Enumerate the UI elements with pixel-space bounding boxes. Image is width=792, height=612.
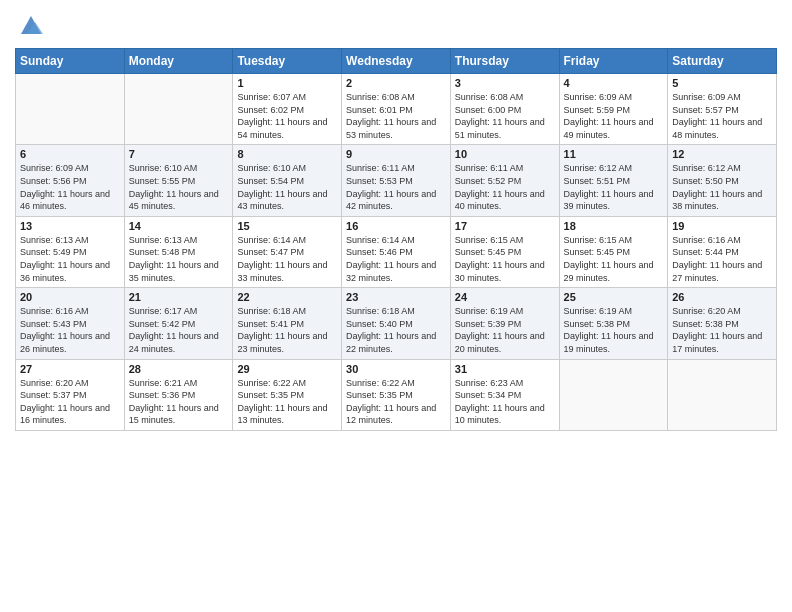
day-info-text: Daylight: 11 hours and 40 minutes. xyxy=(455,188,555,213)
day-info-text: Sunset: 6:02 PM xyxy=(237,104,337,117)
day-info-text: Daylight: 11 hours and 38 minutes. xyxy=(672,188,772,213)
day-number: 16 xyxy=(346,220,446,232)
day-number: 18 xyxy=(564,220,664,232)
day-info-text: Sunset: 5:41 PM xyxy=(237,318,337,331)
day-info-text: Sunset: 5:51 PM xyxy=(564,175,664,188)
calendar-cell xyxy=(559,359,668,430)
day-info-text: Daylight: 11 hours and 24 minutes. xyxy=(129,330,229,355)
calendar-week-row: 13Sunrise: 6:13 AMSunset: 5:49 PMDayligh… xyxy=(16,216,777,287)
day-info-text: Sunrise: 6:13 AM xyxy=(129,234,229,247)
calendar-cell: 22Sunrise: 6:18 AMSunset: 5:41 PMDayligh… xyxy=(233,288,342,359)
calendar-cell: 20Sunrise: 6:16 AMSunset: 5:43 PMDayligh… xyxy=(16,288,125,359)
day-number: 22 xyxy=(237,291,337,303)
weekday-header-monday: Monday xyxy=(124,49,233,74)
day-info-text: Sunrise: 6:09 AM xyxy=(672,91,772,104)
day-info-text: Sunset: 5:38 PM xyxy=(672,318,772,331)
calendar-cell: 24Sunrise: 6:19 AMSunset: 5:39 PMDayligh… xyxy=(450,288,559,359)
day-info-text: Daylight: 11 hours and 16 minutes. xyxy=(20,402,120,427)
calendar-cell: 30Sunrise: 6:22 AMSunset: 5:35 PMDayligh… xyxy=(342,359,451,430)
calendar-cell: 7Sunrise: 6:10 AMSunset: 5:55 PMDaylight… xyxy=(124,145,233,216)
day-info-text: Daylight: 11 hours and 49 minutes. xyxy=(564,116,664,141)
day-info-text: Daylight: 11 hours and 19 minutes. xyxy=(564,330,664,355)
day-info-text: Sunset: 6:00 PM xyxy=(455,104,555,117)
day-number: 10 xyxy=(455,148,555,160)
day-info-text: Sunrise: 6:14 AM xyxy=(346,234,446,247)
calendar-cell: 18Sunrise: 6:15 AMSunset: 5:45 PMDayligh… xyxy=(559,216,668,287)
calendar-cell: 19Sunrise: 6:16 AMSunset: 5:44 PMDayligh… xyxy=(668,216,777,287)
calendar-cell: 8Sunrise: 6:10 AMSunset: 5:54 PMDaylight… xyxy=(233,145,342,216)
weekday-header-row: SundayMondayTuesdayWednesdayThursdayFrid… xyxy=(16,49,777,74)
calendar-cell: 11Sunrise: 6:12 AMSunset: 5:51 PMDayligh… xyxy=(559,145,668,216)
weekday-header-saturday: Saturday xyxy=(668,49,777,74)
day-info-text: Daylight: 11 hours and 32 minutes. xyxy=(346,259,446,284)
calendar-table: SundayMondayTuesdayWednesdayThursdayFrid… xyxy=(15,48,777,431)
day-info-text: Sunset: 5:57 PM xyxy=(672,104,772,117)
day-info-text: Daylight: 11 hours and 48 minutes. xyxy=(672,116,772,141)
day-info-text: Sunset: 5:52 PM xyxy=(455,175,555,188)
day-number: 5 xyxy=(672,77,772,89)
calendar-cell: 3Sunrise: 6:08 AMSunset: 6:00 PMDaylight… xyxy=(450,74,559,145)
day-info-text: Sunrise: 6:09 AM xyxy=(564,91,664,104)
day-info-text: Sunset: 5:38 PM xyxy=(564,318,664,331)
day-number: 11 xyxy=(564,148,664,160)
day-info-text: Sunrise: 6:23 AM xyxy=(455,377,555,390)
calendar-cell xyxy=(16,74,125,145)
day-info-text: Sunset: 5:48 PM xyxy=(129,246,229,259)
day-info-text: Sunset: 5:47 PM xyxy=(237,246,337,259)
calendar-week-row: 27Sunrise: 6:20 AMSunset: 5:37 PMDayligh… xyxy=(16,359,777,430)
day-info-text: Daylight: 11 hours and 30 minutes. xyxy=(455,259,555,284)
day-info-text: Sunset: 5:55 PM xyxy=(129,175,229,188)
day-info-text: Sunrise: 6:18 AM xyxy=(346,305,446,318)
day-info-text: Sunrise: 6:20 AM xyxy=(20,377,120,390)
day-info-text: Daylight: 11 hours and 42 minutes. xyxy=(346,188,446,213)
day-number: 29 xyxy=(237,363,337,375)
calendar-cell: 1Sunrise: 6:07 AMSunset: 6:02 PMDaylight… xyxy=(233,74,342,145)
calendar-cell: 23Sunrise: 6:18 AMSunset: 5:40 PMDayligh… xyxy=(342,288,451,359)
day-number: 23 xyxy=(346,291,446,303)
calendar-cell: 12Sunrise: 6:12 AMSunset: 5:50 PMDayligh… xyxy=(668,145,777,216)
day-info-text: Daylight: 11 hours and 20 minutes. xyxy=(455,330,555,355)
day-info-text: Sunrise: 6:12 AM xyxy=(564,162,664,175)
day-info-text: Daylight: 11 hours and 35 minutes. xyxy=(129,259,229,284)
day-info-text: Daylight: 11 hours and 43 minutes. xyxy=(237,188,337,213)
weekday-header-sunday: Sunday xyxy=(16,49,125,74)
day-info-text: Sunrise: 6:20 AM xyxy=(672,305,772,318)
day-info-text: Sunrise: 6:19 AM xyxy=(455,305,555,318)
day-info-text: Sunset: 5:49 PM xyxy=(20,246,120,259)
day-info-text: Sunset: 5:45 PM xyxy=(455,246,555,259)
calendar-cell: 9Sunrise: 6:11 AMSunset: 5:53 PMDaylight… xyxy=(342,145,451,216)
calendar-cell xyxy=(124,74,233,145)
day-info-text: Sunrise: 6:07 AM xyxy=(237,91,337,104)
day-info-text: Sunset: 5:59 PM xyxy=(564,104,664,117)
day-info-text: Daylight: 11 hours and 29 minutes. xyxy=(564,259,664,284)
day-number: 20 xyxy=(20,291,120,303)
day-number: 25 xyxy=(564,291,664,303)
day-info-text: Sunset: 5:46 PM xyxy=(346,246,446,259)
weekday-header-wednesday: Wednesday xyxy=(342,49,451,74)
day-info-text: Sunrise: 6:22 AM xyxy=(237,377,337,390)
day-number: 9 xyxy=(346,148,446,160)
day-info-text: Daylight: 11 hours and 36 minutes. xyxy=(20,259,120,284)
day-number: 31 xyxy=(455,363,555,375)
day-info-text: Sunset: 5:54 PM xyxy=(237,175,337,188)
day-number: 15 xyxy=(237,220,337,232)
day-number: 6 xyxy=(20,148,120,160)
weekday-header-thursday: Thursday xyxy=(450,49,559,74)
day-info-text: Sunset: 5:44 PM xyxy=(672,246,772,259)
day-info-text: Sunrise: 6:16 AM xyxy=(672,234,772,247)
day-info-text: Daylight: 11 hours and 53 minutes. xyxy=(346,116,446,141)
logo-icon xyxy=(17,10,45,38)
day-info-text: Sunrise: 6:22 AM xyxy=(346,377,446,390)
day-number: 21 xyxy=(129,291,229,303)
day-number: 27 xyxy=(20,363,120,375)
day-info-text: Sunset: 5:50 PM xyxy=(672,175,772,188)
day-info-text: Daylight: 11 hours and 13 minutes. xyxy=(237,402,337,427)
page: SundayMondayTuesdayWednesdayThursdayFrid… xyxy=(0,0,792,612)
day-info-text: Sunset: 5:36 PM xyxy=(129,389,229,402)
day-info-text: Daylight: 11 hours and 17 minutes. xyxy=(672,330,772,355)
day-number: 24 xyxy=(455,291,555,303)
day-info-text: Sunrise: 6:11 AM xyxy=(455,162,555,175)
day-number: 19 xyxy=(672,220,772,232)
calendar-cell: 21Sunrise: 6:17 AMSunset: 5:42 PMDayligh… xyxy=(124,288,233,359)
weekday-header-tuesday: Tuesday xyxy=(233,49,342,74)
